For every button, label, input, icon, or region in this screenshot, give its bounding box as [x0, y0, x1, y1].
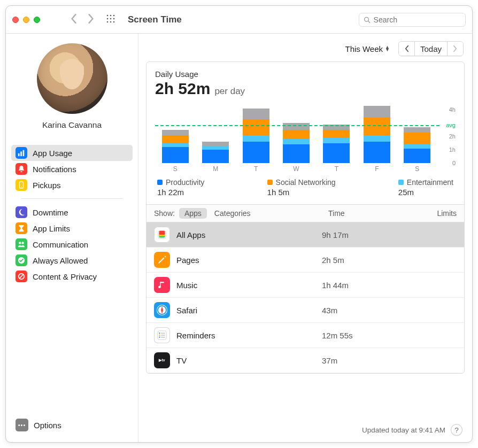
- sidebar: Karina Cavanna App UsageNotificationsPic…: [6, 34, 138, 442]
- search-field[interactable]: [359, 13, 466, 27]
- bar-segment-other: [283, 123, 310, 129]
- today-button[interactable]: Today: [414, 42, 447, 56]
- zoom-window-button[interactable]: [34, 17, 40, 23]
- sidebar-options[interactable]: Options: [34, 421, 61, 430]
- bar-segment-productivity: [283, 144, 310, 163]
- app-name: Music: [176, 281, 197, 290]
- notifications-icon: [16, 163, 27, 175]
- svg-point-0: [107, 15, 109, 17]
- tab-apps[interactable]: Apps: [179, 208, 207, 219]
- bar-segment-productivity: [364, 142, 390, 163]
- legend-item-social-networking[interactable]: Social Networking1h 5m: [267, 178, 336, 197]
- bar-segment-productivity: [404, 149, 430, 163]
- bar-segment-social-networking: [162, 135, 189, 143]
- app-time: 9h 17m: [322, 230, 413, 240]
- column-limits[interactable]: Limits: [419, 209, 457, 218]
- sidebar-item-communication[interactable]: Communication: [11, 236, 133, 252]
- svg-point-15: [21, 187, 21, 187]
- reminders-app-icon: [154, 327, 170, 343]
- app-row-safari[interactable]: Safari43m: [147, 298, 464, 323]
- bar-segment-social-networking: [323, 130, 350, 138]
- app-row-music[interactable]: Music1h 44m: [147, 273, 464, 298]
- svg-point-31: [159, 337, 160, 338]
- column-time[interactable]: Time: [328, 209, 419, 218]
- legend-value: 1h 5m: [267, 188, 336, 197]
- stepper-icon: ▲▼: [385, 46, 390, 51]
- chart-day-column[interactable]: M: [195, 142, 235, 173]
- close-window-button[interactable]: [12, 17, 19, 23]
- sidebar-item-notifications[interactable]: Notifications: [11, 161, 133, 177]
- svg-rect-24: [159, 231, 165, 235]
- sidebar-item-app-limits[interactable]: App Limits: [11, 220, 133, 236]
- usage-bar-chart: avg01h2h4h SMTWTFS: [155, 103, 456, 173]
- svg-point-1: [110, 15, 112, 17]
- svg-point-2: [113, 15, 115, 17]
- chart-day-column[interactable]: F: [357, 106, 397, 173]
- bar-segment-other: [162, 130, 189, 135]
- svg-rect-12: [20, 151, 22, 156]
- chart-day-column[interactable]: T: [236, 109, 276, 173]
- app-time: 12m 55s: [322, 331, 413, 340]
- forward-button[interactable]: [87, 14, 95, 25]
- legend-name: Social Networking: [276, 178, 336, 187]
- svg-point-5: [113, 18, 115, 20]
- minimize-window-button[interactable]: [23, 17, 29, 23]
- y-tick: 0: [452, 160, 456, 166]
- chart-day-column[interactable]: S: [155, 130, 195, 173]
- bar-segment-other: [243, 109, 269, 119]
- chart-day-column[interactable]: S: [397, 127, 437, 173]
- avg-label: avg: [446, 122, 456, 128]
- svg-point-8: [113, 21, 115, 23]
- always-allowed-icon: [16, 254, 27, 266]
- all-apps-app-icon: [154, 227, 170, 243]
- help-button[interactable]: ?: [451, 424, 462, 436]
- app-row-tv[interactable]: ▶tvTV37m: [147, 348, 464, 373]
- content-privacy-icon: [16, 271, 27, 282]
- svg-point-3: [107, 18, 109, 20]
- user-avatar[interactable]: [37, 43, 107, 114]
- window-controls: [12, 17, 40, 23]
- back-button[interactable]: [70, 14, 78, 25]
- bar-segment-social-networking: [283, 130, 310, 139]
- chart-day-column[interactable]: W: [276, 123, 316, 173]
- app-usage-icon: [16, 147, 27, 159]
- period-picker[interactable]: This Week ▲▼: [341, 42, 394, 56]
- next-day-button[interactable]: [447, 42, 463, 56]
- svg-point-4: [110, 18, 112, 20]
- chart-day-column[interactable]: T: [317, 125, 357, 173]
- sidebar-item-downtime[interactable]: Downtime: [11, 204, 133, 220]
- app-name: Pages: [176, 256, 199, 265]
- options-icon: •••: [16, 419, 28, 431]
- sidebar-item-label: Communication: [33, 240, 88, 249]
- all-preferences-grid-icon[interactable]: [106, 14, 124, 25]
- sidebar-item-pickups[interactable]: Pickups: [11, 177, 133, 193]
- legend-item-entertainment[interactable]: Entertainment25m: [398, 178, 453, 197]
- app-row-all-apps[interactable]: All Apps9h 17m: [147, 222, 464, 248]
- bar-segment-other: [404, 127, 430, 133]
- sidebar-item-label: Downtime: [33, 208, 68, 217]
- sidebar-item-app-usage[interactable]: App Usage: [11, 145, 133, 161]
- tab-categories[interactable]: Categories: [209, 208, 256, 219]
- main-content: This Week ▲▼ Today Daily Usage: [138, 34, 472, 442]
- bar-segment-social-networking: [364, 118, 390, 135]
- app-row-reminders[interactable]: Reminders12m 55s: [147, 323, 464, 348]
- search-input[interactable]: [374, 16, 461, 24]
- window-title: Screen Time: [128, 14, 182, 25]
- legend-item-productivity[interactable]: Productivity1h 22m: [157, 178, 204, 197]
- sidebar-item-content-privacy[interactable]: Content & Privacy: [11, 268, 133, 284]
- daily-usage-value: 2h 52m per day: [155, 80, 456, 98]
- sidebar-item-always-allowed[interactable]: Always Allowed: [11, 252, 133, 268]
- sidebar-item-label: Notifications: [33, 165, 76, 174]
- sidebar-item-label: Pickups: [33, 181, 61, 190]
- chart-day-label: S: [415, 165, 419, 173]
- bar-segment-entertainment: [202, 146, 229, 150]
- previous-day-button[interactable]: [399, 42, 414, 56]
- chart-day-label: M: [213, 165, 218, 173]
- app-row-pages[interactable]: Pages2h 5m: [147, 248, 464, 273]
- chart-day-label: T: [254, 165, 258, 173]
- pages-app-icon: [154, 252, 170, 268]
- y-tick: 2h: [449, 133, 456, 140]
- show-tabs: AppsCategories: [179, 208, 256, 219]
- legend-name: Entertainment: [407, 178, 453, 187]
- safari-app-icon: [154, 302, 170, 318]
